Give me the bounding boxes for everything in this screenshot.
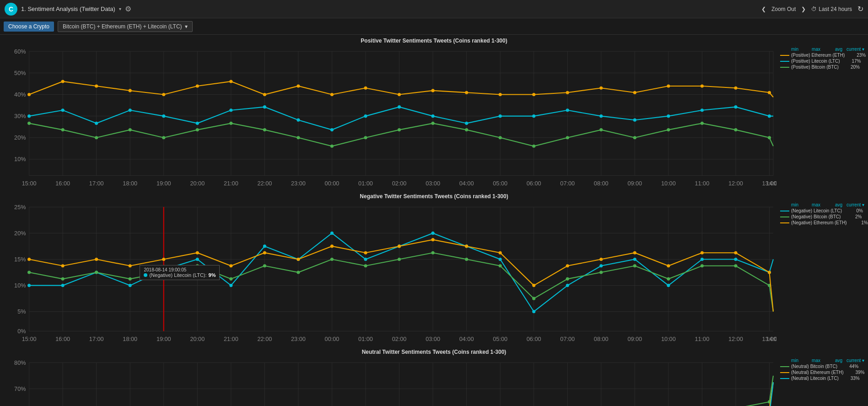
svg-point-60 [27, 114, 31, 118]
svg-point-56 [667, 84, 670, 87]
svg-point-230 [633, 251, 636, 254]
svg-point-218 [229, 264, 232, 267]
svg-point-214 [95, 258, 98, 261]
svg-point-76 [566, 108, 569, 112]
svg-point-47 [364, 87, 367, 90]
toolbar: Choose a Crypto Bitcoin (BTC) + Ethereum… [0, 18, 868, 35]
svg-text:16:00: 16:00 [55, 336, 70, 342]
legend-color-btc-neg [780, 217, 789, 217]
svg-text:25%: 25% [14, 204, 26, 211]
svg-point-65 [196, 122, 199, 125]
svg-text:23:00: 23:00 [291, 336, 306, 342]
svg-point-215 [129, 264, 132, 267]
negative-legend-header: min max avg current ▾ [780, 202, 864, 207]
svg-text:15:00: 15:00 [22, 336, 37, 342]
svg-point-198 [330, 258, 334, 261]
legend-vals-btc-positive: 20% 45% 32% 25% [841, 65, 868, 70]
crypto-dropdown[interactable]: Bitcoin (BTC) + Ethereum (ETH) + Litecoi… [58, 21, 193, 32]
svg-point-98 [532, 145, 535, 148]
svg-point-49 [431, 89, 435, 92]
svg-text:80%: 80% [14, 359, 26, 366]
legend-color-ltc-neu [780, 378, 789, 379]
title-dropdown-arrow[interactable]: ▾ [119, 6, 121, 11]
svg-point-45 [297, 84, 300, 87]
legend-color-btc-neu [780, 366, 789, 367]
negative-chart-legend: min max avg current ▾ (Negative) Litecoi… [776, 200, 868, 344]
svg-point-67 [263, 105, 266, 108]
svg-point-187 [734, 258, 737, 261]
legend-label-ltc-neu: (Neutral) Litecoin (LTC) [791, 376, 839, 381]
svg-point-82 [768, 114, 771, 118]
negative-chart-section: Negative Twitter Sentiments Tweets (Coin… [0, 190, 868, 346]
svg-point-55 [633, 91, 636, 94]
svg-point-208 [667, 277, 670, 281]
svg-point-102 [667, 128, 670, 131]
svg-text:08:00: 08:00 [594, 336, 609, 342]
gear-button[interactable]: ⚙ [125, 5, 131, 13]
zoom-back-button[interactable]: ❮ [761, 6, 766, 12]
legend-vals-eth-neu: 39% 69% 51% 59% [845, 370, 868, 375]
svg-text:00:00: 00:00 [325, 336, 340, 342]
legend-min-ltc: 17% [842, 59, 861, 64]
time-range-label: Last 24 hours [819, 6, 852, 12]
svg-point-71 [398, 105, 401, 108]
legend-max-ltc: 57% [865, 59, 868, 64]
svg-point-217 [196, 251, 199, 254]
svg-point-54 [599, 87, 603, 90]
svg-point-185 [667, 284, 670, 287]
svg-point-201 [431, 251, 435, 254]
svg-point-78 [633, 119, 636, 122]
svg-point-72 [431, 114, 435, 118]
svg-point-68 [297, 119, 300, 122]
chevron-right-icon: ❯ [801, 6, 806, 12]
zoom-out-label: Zoom Out [771, 6, 796, 12]
time-range: ⏱ Last 24 hours [811, 6, 852, 12]
zoom-out-button[interactable]: Zoom Out [771, 6, 796, 12]
legend-color-eth-neg [780, 222, 789, 223]
svg-text:01:00: 01:00 [358, 336, 373, 342]
svg-text:16:00: 16:00 [55, 180, 70, 187]
zoom-forward-button[interactable]: ❯ [801, 6, 806, 12]
svg-text:40%: 40% [14, 91, 26, 98]
legend-label-btc-neu: (Neutral) Bitcoin (BTC) [791, 364, 837, 369]
svg-text:03:00: 03:00 [426, 336, 440, 342]
refresh-button[interactable]: ↻ [857, 5, 863, 13]
svg-point-105 [768, 136, 771, 139]
svg-text:15%: 15% [14, 256, 26, 263]
svg-point-227 [532, 284, 535, 287]
svg-point-195 [229, 277, 232, 281]
svg-text:10%: 10% [14, 282, 26, 289]
svg-text:12:00: 12:00 [728, 336, 743, 342]
svg-point-205 [566, 277, 569, 281]
legend-max-header: max [802, 47, 820, 52]
svg-point-95 [431, 122, 435, 125]
svg-point-46 [330, 93, 334, 96]
svg-text:17:00: 17:00 [89, 336, 104, 342]
svg-text:18:00: 18:00 [123, 336, 137, 342]
svg-point-224 [431, 238, 435, 241]
svg-point-232 [701, 251, 704, 254]
crypto-selection-label: Bitcoin (BTC) + Ethereum (ETH) + Litecoi… [63, 23, 182, 30]
svg-point-191 [95, 271, 98, 274]
legend-min-eth: 23% [846, 53, 866, 58]
neg-legend-current-header: current ▾ [846, 202, 864, 207]
legend-item-btc-neutral: (Neutral) Bitcoin (BTC) 44% 73% 58% 70% [780, 364, 864, 369]
svg-point-43 [229, 80, 232, 83]
svg-point-41 [162, 93, 165, 96]
svg-point-228 [566, 264, 569, 267]
svg-point-213 [61, 264, 65, 267]
svg-point-77 [599, 114, 603, 118]
svg-text:00:00: 00:00 [325, 180, 340, 187]
svg-point-189 [27, 271, 31, 274]
neu-legend-max-header: max [802, 358, 820, 363]
svg-point-70 [364, 114, 367, 118]
dashboard-title: 1. Sentiment Analysis (Twitter Data) [21, 5, 115, 12]
svg-text:14:00: 14:00 [766, 336, 776, 342]
choose-crypto-button[interactable]: Choose a Crypto [4, 22, 54, 32]
svg-text:20%: 20% [14, 230, 26, 237]
positive-chart-legend: min max avg current ▾ (Positive) Ethereu… [776, 45, 868, 189]
legend-item-ltc-positive: (Positive) Litecoin (LTC) 17% 57% 33% 32… [780, 59, 864, 64]
svg-point-40 [129, 89, 132, 92]
legend-max-btc: 45% [863, 65, 868, 70]
legend-color-eth-positive [780, 55, 789, 56]
